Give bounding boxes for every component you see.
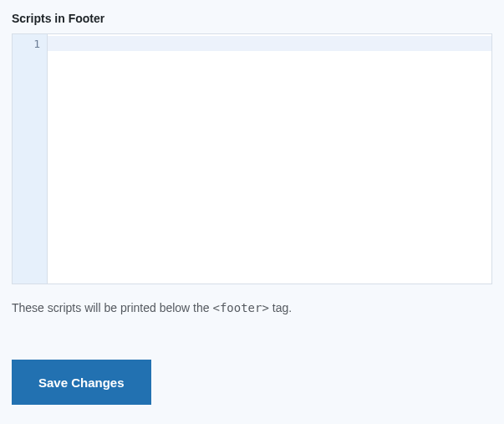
field-label: Scripts in Footer [12,12,492,25]
description-text-before: These scripts will be printed below the [12,301,212,314]
code-area[interactable] [48,34,491,284]
field-description: These scripts will be printed below the … [12,301,492,314]
scripts-footer-input[interactable] [48,34,491,284]
code-gutter: 1 [13,34,48,284]
description-text-after: tag. [272,301,292,314]
save-changes-button[interactable]: Save Changes [12,360,151,405]
description-code-tag: <footer> [212,301,268,314]
code-editor[interactable]: 1 [12,33,492,284]
gutter-line-number: 1 [13,38,40,50]
